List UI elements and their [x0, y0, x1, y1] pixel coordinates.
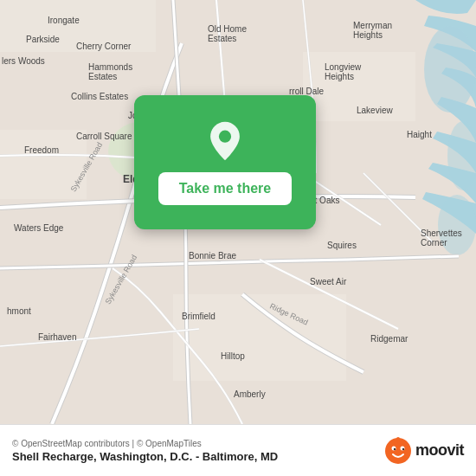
- svg-rect-5: [0, 130, 87, 199]
- svg-point-9: [219, 130, 231, 142]
- bottom-bar: © OpenStreetMap contributors | © OpenMap…: [0, 424, 476, 476]
- bottom-left: © OpenStreetMap contributors | © OpenMap…: [12, 439, 278, 463]
- svg-point-1: [424, 26, 476, 113]
- action-card: Take me there: [134, 95, 316, 229]
- map-container: Irongate Parkside Cherry Corner Old Home…: [0, 0, 476, 424]
- place-name: Shell Recharge, Washington, D.C. - Balti…: [12, 450, 278, 463]
- svg-rect-4: [0, 0, 156, 52]
- svg-point-14: [402, 447, 404, 449]
- moovit-icon: [384, 437, 412, 465]
- svg-rect-6: [303, 52, 415, 121]
- location-pin-icon: [204, 120, 246, 162]
- map-attribution: © OpenStreetMap contributors | © OpenMap…: [12, 439, 278, 448]
- moovit-text: moovit: [415, 441, 464, 460]
- svg-point-3: [438, 195, 476, 255]
- svg-point-15: [396, 437, 400, 441]
- moovit-logo: moovit: [384, 437, 464, 465]
- take-me-there-button[interactable]: Take me there: [158, 172, 292, 205]
- svg-point-13: [394, 447, 396, 449]
